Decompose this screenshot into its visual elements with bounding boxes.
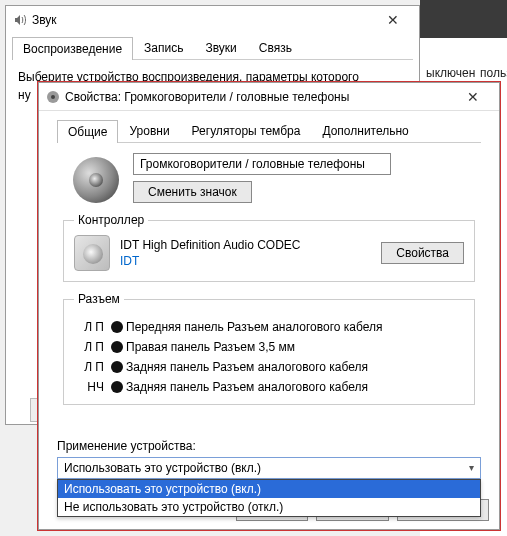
usage-option-off[interactable]: Не использовать это устройство (откл.): [58, 498, 480, 516]
jack-color-dot: [111, 361, 123, 373]
usage-label: Применение устройства:: [57, 439, 499, 453]
chevron-down-icon: ▾: [469, 462, 474, 473]
jack-channel: Л П: [74, 320, 108, 334]
tab-sounds[interactable]: Звуки: [194, 36, 247, 59]
window-title-sound: Звук: [28, 13, 373, 27]
usage-select[interactable]: Использовать это устройство (вкл.) ▾: [57, 457, 481, 479]
sound-tabs: Воспроизведение Запись Звуки Связь: [12, 36, 413, 60]
jack-color-dot: [111, 381, 123, 393]
close-icon[interactable]: ✕: [453, 89, 493, 105]
change-icon-button[interactable]: Сменить значок: [133, 181, 252, 203]
controller-link[interactable]: IDT: [120, 254, 371, 268]
tab-comm[interactable]: Связь: [248, 36, 303, 59]
window-title-props: Свойства: Громкоговорители / головные те…: [61, 90, 453, 104]
controller-properties-button[interactable]: Свойства: [381, 242, 464, 264]
tab-eq[interactable]: Регуляторы тембра: [181, 119, 312, 142]
svg-point-1: [51, 95, 55, 99]
speaker-icon: [45, 89, 61, 105]
sound-icon: [12, 12, 28, 28]
jack-channel: Л П: [74, 340, 108, 354]
usage-option-on[interactable]: Использовать это устройство (вкл.): [58, 480, 480, 498]
jack-desc: Задняя панель Разъем аналогового кабеля: [126, 380, 464, 394]
tab-record[interactable]: Запись: [133, 36, 194, 59]
jack-color-dot: [111, 321, 123, 333]
jack-color-dot: [111, 341, 123, 353]
controller-group: Контроллер IDT High Definition Audio COD…: [63, 213, 475, 282]
controller-name: IDT High Definition Audio CODEC: [120, 238, 371, 252]
jack-desc: Передняя панель Разъем аналогового кабел…: [126, 320, 464, 334]
jack-legend: Разъем: [74, 292, 124, 306]
jack-group: Разъем Л ППередняя панель Разъем аналого…: [63, 292, 475, 405]
jack-channel: НЧ: [74, 380, 108, 394]
tab-playback[interactable]: Воспроизведение: [12, 37, 133, 60]
usage-select-value: Использовать это устройство (вкл.): [64, 461, 261, 475]
jack-desc: Задняя панель Разъем аналогового кабеля: [126, 360, 464, 374]
tab-advanced[interactable]: Дополнительно: [311, 119, 419, 142]
controller-icon: [74, 235, 110, 271]
tab-general[interactable]: Общие: [57, 120, 118, 143]
properties-window: Свойства: Громкоговорители / головные те…: [38, 82, 500, 530]
usage-dropdown: Использовать это устройство (вкл.) Не ис…: [57, 479, 481, 517]
jack-desc: Правая панель Разъем 3,5 мм: [126, 340, 464, 354]
bg-text-off: ыключен: [426, 66, 475, 80]
close-icon[interactable]: ✕: [373, 12, 413, 28]
device-name-field[interactable]: Громкоговорители / головные телефоны: [133, 153, 391, 175]
jack-channel: Л П: [74, 360, 108, 374]
controller-legend: Контроллер: [74, 213, 148, 227]
bg-text-user: пользо: [480, 66, 507, 80]
props-tabs: Общие Уровни Регуляторы тембра Дополните…: [57, 119, 481, 143]
tab-levels[interactable]: Уровни: [118, 119, 180, 142]
device-large-icon: [73, 157, 119, 203]
